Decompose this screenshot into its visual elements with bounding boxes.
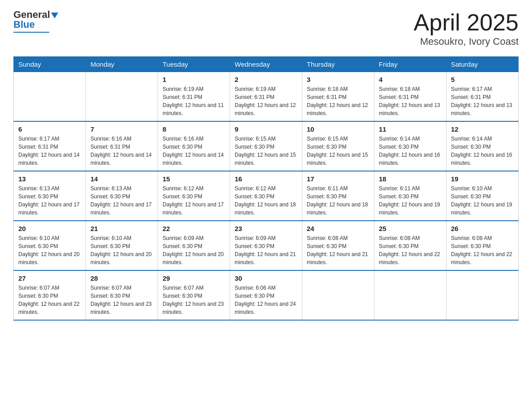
logo-divider [13, 32, 49, 33]
calendar-cell [302, 270, 374, 320]
day-info: Sunrise: 6:10 AMSunset: 6:30 PMDaylight:… [18, 234, 81, 266]
day-number: 15 [163, 175, 225, 183]
day-info: Sunrise: 6:13 AMSunset: 6:30 PMDaylight:… [18, 184, 81, 217]
calendar-cell: 20Sunrise: 6:10 AMSunset: 6:30 PMDayligh… [14, 221, 86, 270]
header-sunday: Sunday [14, 57, 86, 72]
day-number: 28 [90, 274, 153, 282]
calendar-cell: 21Sunrise: 6:10 AMSunset: 6:30 PMDayligh… [86, 221, 158, 270]
header-wednesday: Wednesday [230, 57, 302, 72]
header-friday: Friday [374, 57, 446, 72]
week-row-3: 13Sunrise: 6:13 AMSunset: 6:30 PMDayligh… [14, 171, 519, 221]
calendar-cell [374, 270, 446, 320]
day-number: 8 [163, 125, 225, 133]
calendar-cell [86, 72, 158, 122]
day-number: 9 [235, 125, 297, 133]
calendar-cell: 3Sunrise: 6:18 AMSunset: 6:31 PMDaylight… [302, 72, 374, 122]
week-row-4: 20Sunrise: 6:10 AMSunset: 6:30 PMDayligh… [14, 221, 519, 270]
calendar-cell: 17Sunrise: 6:11 AMSunset: 6:30 PMDayligh… [302, 171, 374, 221]
day-number: 3 [307, 76, 369, 83]
header-saturday: Saturday [446, 57, 519, 72]
day-info: Sunrise: 6:11 AMSunset: 6:30 PMDaylight:… [307, 184, 369, 217]
calendar-cell: 14Sunrise: 6:13 AMSunset: 6:30 PMDayligh… [86, 171, 158, 221]
calendar-cell: 30Sunrise: 6:06 AMSunset: 6:30 PMDayligh… [230, 270, 302, 320]
day-number: 11 [379, 125, 442, 133]
day-info: Sunrise: 6:14 AMSunset: 6:30 PMDaylight:… [451, 135, 514, 167]
calendar-cell: 1Sunrise: 6:19 AMSunset: 6:31 PMDaylight… [158, 72, 230, 122]
calendar-cell: 23Sunrise: 6:09 AMSunset: 6:30 PMDayligh… [230, 221, 302, 270]
day-number: 13 [18, 175, 81, 183]
day-info: Sunrise: 6:16 AMSunset: 6:30 PMDaylight:… [163, 135, 225, 167]
day-number: 19 [451, 175, 514, 183]
header-tuesday: Tuesday [158, 57, 230, 72]
calendar-cell: 4Sunrise: 6:18 AMSunset: 6:31 PMDaylight… [374, 72, 446, 122]
calendar-title: April 2025 [414, 9, 519, 36]
day-number: 10 [307, 125, 369, 133]
calendar-cell: 19Sunrise: 6:10 AMSunset: 6:30 PMDayligh… [446, 171, 519, 221]
day-number: 6 [18, 125, 81, 133]
day-info: Sunrise: 6:12 AMSunset: 6:30 PMDaylight:… [235, 184, 297, 217]
week-row-2: 6Sunrise: 6:17 AMSunset: 6:31 PMDaylight… [14, 121, 519, 171]
day-info: Sunrise: 6:07 AMSunset: 6:30 PMDaylight:… [163, 284, 225, 316]
calendar-cell: 24Sunrise: 6:08 AMSunset: 6:30 PMDayligh… [302, 221, 374, 270]
day-number: 20 [18, 225, 81, 232]
day-number: 21 [90, 225, 153, 232]
day-info: Sunrise: 6:18 AMSunset: 6:31 PMDaylight:… [307, 85, 369, 117]
day-info: Sunrise: 6:09 AMSunset: 6:30 PMDaylight:… [235, 234, 297, 266]
calendar-cell: 18Sunrise: 6:11 AMSunset: 6:30 PMDayligh… [374, 171, 446, 221]
calendar-cell: 29Sunrise: 6:07 AMSunset: 6:30 PMDayligh… [158, 270, 230, 320]
day-info: Sunrise: 6:06 AMSunset: 6:30 PMDaylight:… [235, 284, 297, 316]
calendar-cell: 25Sunrise: 6:08 AMSunset: 6:30 PMDayligh… [374, 221, 446, 270]
day-number: 26 [451, 225, 514, 232]
day-number: 7 [90, 125, 153, 133]
calendar-cell: 15Sunrise: 6:12 AMSunset: 6:30 PMDayligh… [158, 171, 230, 221]
day-number: 5 [451, 76, 514, 83]
title-block: April 2025 Mesoukro, Ivory Coast [414, 9, 519, 47]
day-info: Sunrise: 6:13 AMSunset: 6:30 PMDaylight:… [90, 184, 153, 217]
day-info: Sunrise: 6:08 AMSunset: 6:30 PMDaylight:… [379, 234, 442, 266]
day-number: 30 [235, 274, 297, 282]
week-row-1: 1Sunrise: 6:19 AMSunset: 6:31 PMDaylight… [14, 72, 519, 122]
day-info: Sunrise: 6:18 AMSunset: 6:31 PMDaylight:… [379, 85, 442, 117]
calendar-cell: 6Sunrise: 6:17 AMSunset: 6:31 PMDaylight… [14, 121, 86, 171]
day-info: Sunrise: 6:07 AMSunset: 6:30 PMDaylight:… [18, 284, 81, 316]
day-number: 25 [379, 225, 442, 232]
header-monday: Monday [86, 57, 158, 72]
page-header: General Blue April 2025 Mesoukro, Ivory … [13, 9, 519, 47]
day-info: Sunrise: 6:08 AMSunset: 6:30 PMDaylight:… [307, 234, 369, 266]
calendar-cell: 12Sunrise: 6:14 AMSunset: 6:30 PMDayligh… [446, 121, 519, 171]
day-info: Sunrise: 6:07 AMSunset: 6:30 PMDaylight:… [90, 284, 153, 316]
day-info: Sunrise: 6:17 AMSunset: 6:31 PMDaylight:… [18, 135, 81, 167]
calendar-cell: 10Sunrise: 6:15 AMSunset: 6:30 PMDayligh… [302, 121, 374, 171]
calendar-cell: 8Sunrise: 6:16 AMSunset: 6:30 PMDaylight… [158, 121, 230, 171]
day-info: Sunrise: 6:19 AMSunset: 6:31 PMDaylight:… [163, 85, 225, 117]
week-row-5: 27Sunrise: 6:07 AMSunset: 6:30 PMDayligh… [14, 270, 519, 320]
day-info: Sunrise: 6:10 AMSunset: 6:30 PMDaylight:… [90, 234, 153, 266]
day-info: Sunrise: 6:15 AMSunset: 6:30 PMDaylight:… [307, 135, 369, 167]
calendar-cell: 9Sunrise: 6:15 AMSunset: 6:30 PMDaylight… [230, 121, 302, 171]
logo-triangle-icon [51, 13, 58, 18]
day-info: Sunrise: 6:19 AMSunset: 6:31 PMDaylight:… [235, 85, 297, 117]
calendar-cell: 5Sunrise: 6:17 AMSunset: 6:31 PMDaylight… [446, 72, 519, 122]
day-number: 23 [235, 225, 297, 232]
calendar-cell: 16Sunrise: 6:12 AMSunset: 6:30 PMDayligh… [230, 171, 302, 221]
calendar-cell: 7Sunrise: 6:16 AMSunset: 6:31 PMDaylight… [86, 121, 158, 171]
day-number: 12 [451, 125, 514, 133]
day-info: Sunrise: 6:16 AMSunset: 6:31 PMDaylight:… [90, 135, 153, 167]
calendar-cell: 27Sunrise: 6:07 AMSunset: 6:30 PMDayligh… [14, 270, 86, 320]
calendar-cell: 26Sunrise: 6:08 AMSunset: 6:30 PMDayligh… [446, 221, 519, 270]
day-number: 1 [163, 76, 225, 83]
day-number: 4 [379, 76, 442, 83]
day-info: Sunrise: 6:08 AMSunset: 6:30 PMDaylight:… [451, 234, 514, 266]
day-info: Sunrise: 6:15 AMSunset: 6:30 PMDaylight:… [235, 135, 297, 167]
calendar-cell: 13Sunrise: 6:13 AMSunset: 6:30 PMDayligh… [14, 171, 86, 221]
calendar-cell [446, 270, 519, 320]
day-info: Sunrise: 6:14 AMSunset: 6:30 PMDaylight:… [379, 135, 442, 167]
day-number: 16 [235, 175, 297, 183]
calendar-cell: 22Sunrise: 6:09 AMSunset: 6:30 PMDayligh… [158, 221, 230, 270]
day-info: Sunrise: 6:09 AMSunset: 6:30 PMDaylight:… [163, 234, 225, 266]
calendar-cell [14, 72, 86, 122]
logo-blue-label: Blue [13, 19, 35, 30]
day-number: 18 [379, 175, 442, 183]
calendar-subtitle: Mesoukro, Ivory Coast [414, 36, 519, 47]
calendar-cell: 11Sunrise: 6:14 AMSunset: 6:30 PMDayligh… [374, 121, 446, 171]
